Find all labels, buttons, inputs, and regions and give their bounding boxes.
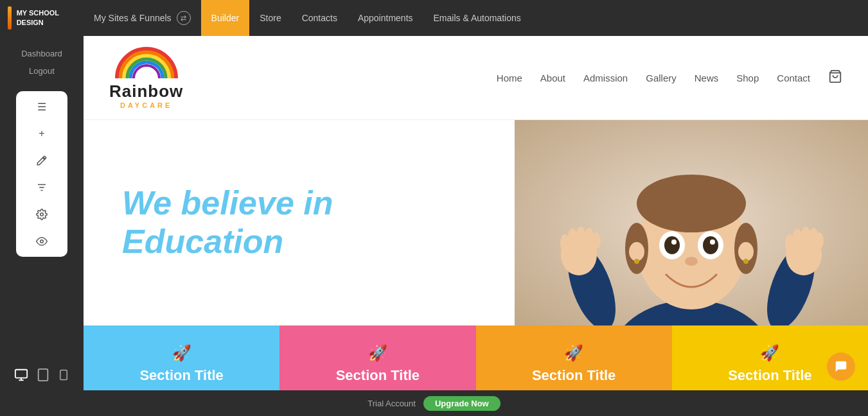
svg-point-29 xyxy=(738,242,754,261)
site-nav-shop[interactable]: Shop xyxy=(736,73,759,83)
svg-point-27 xyxy=(685,257,698,266)
switch-icon: ⇄ xyxy=(177,11,191,25)
tablet-icon[interactable] xyxy=(36,368,50,385)
chat-bubble-button[interactable] xyxy=(827,352,855,381)
filter-icon[interactable] xyxy=(33,178,51,196)
site-header: Rainbow DAYCARE Home About Admission Gal… xyxy=(84,36,868,120)
preview-icon[interactable] xyxy=(33,232,51,250)
svg-rect-8 xyxy=(39,369,48,381)
hero-title: We believe in Education xyxy=(122,184,333,261)
section-title-1: Section Title xyxy=(139,367,223,384)
svg-point-18 xyxy=(637,175,746,232)
svg-point-43 xyxy=(801,227,810,245)
rainbow-arc-icon xyxy=(114,46,179,82)
sidebar-logout-link[interactable]: Logout xyxy=(29,66,55,76)
nav-emails[interactable]: Emails & Automations xyxy=(423,0,531,36)
site-nav-contact[interactable]: Contact xyxy=(777,73,810,83)
nav-contacts[interactable]: Contacts xyxy=(292,0,348,36)
child-illustration xyxy=(515,120,868,325)
svg-point-26 xyxy=(710,239,715,245)
svg-point-30 xyxy=(634,259,639,264)
trial-account-text: Trial Account xyxy=(368,399,416,408)
svg-point-41 xyxy=(785,234,794,252)
site-nav-admission[interactable]: Admission xyxy=(583,73,628,83)
main-content: Rainbow DAYCARE Home About Admission Gal… xyxy=(84,36,868,416)
settings-icon[interactable] xyxy=(33,205,51,223)
hero-text: We believe in Education xyxy=(84,120,515,325)
add-icon[interactable]: + xyxy=(33,125,51,143)
desktop-icon[interactable] xyxy=(14,368,28,385)
hero-section: We believe in Education xyxy=(84,120,868,325)
svg-rect-5 xyxy=(15,370,27,378)
upgrade-button[interactable]: Upgrade Now xyxy=(423,396,500,411)
brand-name: Rainbow xyxy=(109,82,183,101)
mobile-icon[interactable] xyxy=(58,368,69,385)
svg-point-23 xyxy=(664,236,680,254)
top-navigation: MY SCHOOL DESIGN My Sites & Funnels ⇄ Bu… xyxy=(0,0,868,36)
section-title-3: Section Title xyxy=(532,367,616,384)
svg-rect-10 xyxy=(60,370,67,380)
hero-image xyxy=(515,120,868,325)
svg-point-4 xyxy=(40,240,44,243)
svg-point-38 xyxy=(576,227,585,245)
site-nav-gallery[interactable]: Gallery xyxy=(646,73,677,83)
cart-icon[interactable] xyxy=(828,69,842,87)
rocket-icon-2: 🚀 xyxy=(368,344,387,362)
nav-builder[interactable]: Builder xyxy=(201,0,250,36)
section-title-2: Section Title xyxy=(336,367,420,384)
svg-point-31 xyxy=(743,259,748,264)
chat-bubble-icon xyxy=(834,360,848,374)
svg-point-25 xyxy=(671,239,677,245)
rainbow-logo: Rainbow DAYCARE xyxy=(109,46,183,109)
svg-point-37 xyxy=(568,229,577,247)
edit-icon[interactable] xyxy=(33,152,51,169)
nav-my-sites[interactable]: My Sites & Funnels ⇄ xyxy=(84,0,201,36)
sidebar-dashboard-link[interactable]: Dashboard xyxy=(21,49,62,58)
svg-point-24 xyxy=(703,236,718,254)
site-nav-home[interactable]: Home xyxy=(497,73,522,83)
bottom-bar: Trial Account Upgrade Now xyxy=(0,390,868,416)
site-nav-news[interactable]: News xyxy=(695,73,719,83)
brand-sub: DAYCARE xyxy=(120,101,172,109)
rocket-icon-1: 🚀 xyxy=(172,344,191,362)
svg-point-3 xyxy=(40,213,44,216)
rocket-icon-4: 🚀 xyxy=(760,344,779,362)
logo-bar-icon xyxy=(8,6,12,30)
section-title-4: Section Title xyxy=(728,367,811,384)
nav-items: My Sites & Funnels ⇄ Builder Store Conta… xyxy=(84,0,868,36)
svg-point-28 xyxy=(629,242,644,261)
menu-icon[interactable]: ☰ xyxy=(33,98,51,116)
svg-point-40 xyxy=(592,232,601,249)
tool-panel: ☰ + xyxy=(16,91,67,257)
svg-point-42 xyxy=(793,229,802,247)
left-sidebar: Dashboard Logout ☰ + xyxy=(0,36,84,416)
app-logo-area: MY SCHOOL DESIGN xyxy=(0,0,84,36)
site-navigation: Home About Admission Gallery News Shop C… xyxy=(497,69,842,87)
nav-appointments[interactable]: Appointments xyxy=(348,0,423,36)
nav-store[interactable]: Store xyxy=(249,0,291,36)
rocket-icon-3: 🚀 xyxy=(564,344,583,362)
app-logo-text: MY SCHOOL DESIGN xyxy=(17,8,84,28)
svg-point-45 xyxy=(815,232,824,249)
svg-point-36 xyxy=(560,234,569,252)
site-nav-about[interactable]: About xyxy=(540,73,565,83)
